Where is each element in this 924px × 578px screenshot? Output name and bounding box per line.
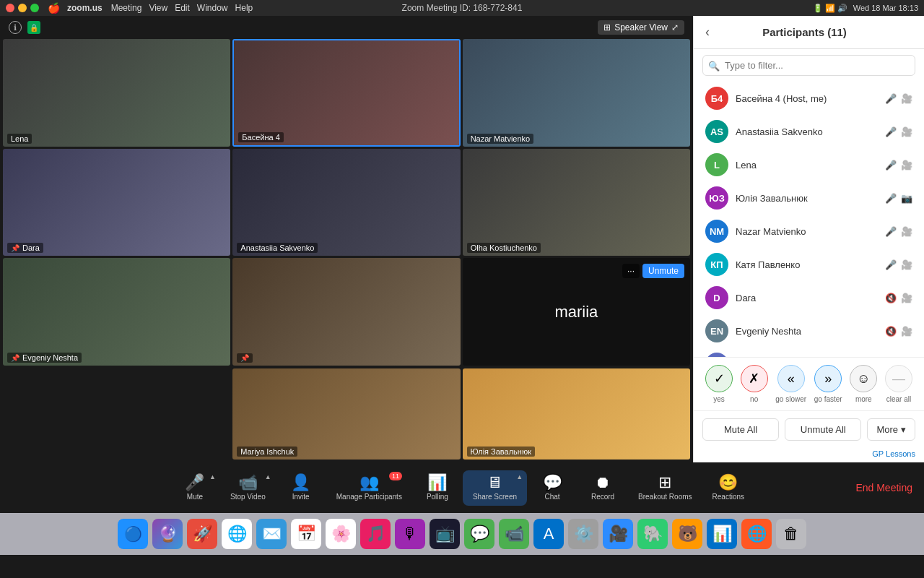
participant-item[interactable]: КПКатя Павленко🎤🎥 <box>694 248 924 281</box>
label-text: Nazar Matvienko <box>471 134 531 143</box>
participant-label-mariya-s: 📌 <box>237 353 253 363</box>
participant-icons: 🎤🎥 <box>885 259 912 270</box>
info-icon[interactable]: ℹ <box>9 21 22 34</box>
dock-appstore[interactable]: A <box>533 519 564 549</box>
video-cell-yulia[interactable]: Юлія Завальнюк <box>463 368 690 460</box>
participant-avatar: EN <box>705 319 728 342</box>
dock-finder[interactable]: 🔵 <box>118 519 148 549</box>
dock-zoom[interactable]: 🎥 <box>603 519 633 549</box>
dock-launchpad[interactable]: 🚀 <box>187 519 217 549</box>
record-button[interactable]: ⏺ Record <box>578 470 628 506</box>
participant-item[interactable]: DDara🔇🎥 <box>694 281 924 314</box>
participant-item[interactable]: ASAnastasiia Sakvenko🎤🎥 <box>694 115 924 148</box>
menu-view[interactable]: View <box>149 3 167 13</box>
participant-label-anastasiia: Anastasiia Sakvenko <box>237 243 318 253</box>
dock-music[interactable]: 🎵 <box>360 519 391 549</box>
secure-icon: 🔒 <box>27 21 40 34</box>
dock-mail[interactable]: ✉️ <box>256 519 287 549</box>
clear-all-label: clear all <box>886 395 911 403</box>
video-cell-nazar[interactable]: Nazar Matvienko <box>463 39 690 147</box>
participant-item[interactable]: LLena🎤🎥 <box>694 148 924 181</box>
video-cell-mariia[interactable]: mariia Unmute ··· <box>463 258 690 366</box>
label-text: Dara <box>22 243 40 252</box>
participant-icons: 🎤📷 <box>885 193 912 204</box>
dock-settings[interactable]: ⚙️ <box>568 519 598 549</box>
video-cell-mariya-i[interactable]: Mariya Ishchuk <box>232 368 460 460</box>
dock-siri[interactable]: 🔮 <box>152 519 183 549</box>
more-options-button[interactable]: ··· <box>622 264 640 278</box>
stop-video-button[interactable]: 📹 ▲ Stop Video <box>220 470 276 506</box>
traffic-lights[interactable] <box>6 4 39 12</box>
dock-browser[interactable]: 🌐 <box>741 519 772 549</box>
bottom-video-row: Mariya Ishchuk Юлія Завальнюк <box>0 368 693 462</box>
dock-messages[interactable]: 💬 <box>464 519 494 549</box>
reaction-yes-button[interactable]: ✓ yes <box>705 365 733 403</box>
participant-search-input[interactable] <box>702 55 915 76</box>
manage-participants-button[interactable]: 👥 11 Manage Participants <box>326 470 412 506</box>
invite-button[interactable]: 👤 Invite <box>276 470 326 506</box>
dock-calendar[interactable]: 📅 <box>291 519 321 549</box>
end-meeting-button[interactable]: End Meeting <box>855 482 912 493</box>
dock-bear[interactable]: 🐻 <box>672 519 702 549</box>
maximize-button[interactable] <box>30 4 39 12</box>
participant-name: Dara <box>736 293 878 303</box>
dock-facetime[interactable]: 📹 <box>499 519 529 549</box>
video-cell-olha[interactable]: Olha Kostiuchenko <box>463 149 690 256</box>
breakout-rooms-button[interactable]: ⊞ Breakout Rooms <box>628 470 702 506</box>
mariia-name-label: mariia <box>554 303 598 322</box>
dock-trash[interactable]: 🗑 <box>776 519 806 549</box>
dock-keynote[interactable]: 📊 <box>707 519 737 549</box>
title-bar: 🍎 zoom.us Meeting View Edit Window Help … <box>0 0 924 16</box>
share-screen-icon: 🖥 <box>487 475 502 491</box>
video-cell-mariya-s[interactable]: 📌 <box>232 258 460 366</box>
more-label: More <box>876 424 898 435</box>
participant-label-basyna: Басейна 4 <box>238 132 283 142</box>
empty-cell <box>3 368 230 460</box>
unmute-button[interactable]: Unmute <box>642 264 684 278</box>
participant-icons: 🎤🎥 <box>885 226 912 237</box>
title-bar-right: 🔋 📶 🔊 Wed 18 Mar 18:13 <box>813 4 918 13</box>
polling-button[interactable]: 📊 Polling <box>412 470 463 506</box>
dock-evernote[interactable]: 🐘 <box>637 519 668 549</box>
mute-button[interactable]: 🎤 ▲ Mute <box>170 470 220 506</box>
dock-podcasts[interactable]: 🎙 <box>395 519 425 549</box>
mic-status-icon: 🔇 <box>885 326 897 337</box>
menu-window[interactable]: Window <box>197 3 228 13</box>
menu-edit[interactable]: Edit <box>175 3 190 13</box>
chat-button[interactable]: 💬 Chat <box>527 470 578 506</box>
video-cell-basyna[interactable]: Басейна 4 <box>232 39 460 147</box>
more-options-panel-button[interactable]: More ▾ <box>867 418 915 441</box>
menu-help[interactable]: Help <box>235 3 253 13</box>
share-screen-button[interactable]: 🖥 ▲ Share Screen <box>463 470 527 506</box>
menu-meeting[interactable]: Meeting <box>111 3 142 13</box>
video-cell-dara[interactable]: 📌 Dara <box>3 149 230 256</box>
reaction-more-button[interactable]: ☺ more <box>850 365 877 403</box>
mute-all-button[interactable]: Mute All <box>702 418 779 441</box>
reaction-go-slower-button[interactable]: « go slower <box>775 365 806 403</box>
video-cell-anastasiia[interactable]: Anastasiia Sakvenko <box>232 149 460 256</box>
unmute-all-button[interactable]: Unmute All <box>785 418 861 441</box>
participant-item[interactable]: Б4Басейна 4 (Host, me)🎤🎥 <box>694 82 924 115</box>
reaction-clear-all-button[interactable]: — clear all <box>885 365 912 403</box>
dock-chrome[interactable]: 🌐 <box>222 519 252 549</box>
minimize-button[interactable] <box>18 4 27 12</box>
go-faster-label: go faster <box>814 395 842 403</box>
participant-item[interactable]: NMNazar Matvienko🎤🎥 <box>694 215 924 248</box>
dock-tv[interactable]: 📺 <box>430 519 460 549</box>
reactions-button[interactable]: 😊 Reactions <box>702 470 754 506</box>
video-cell-lena[interactable]: Lena <box>3 39 230 147</box>
apple-icon: 🍎 <box>48 2 60 14</box>
dock-photos[interactable]: 🌸 <box>326 519 356 549</box>
participant-item[interactable]: ENEvgeniy Neshta🔇🎥 <box>694 314 924 348</box>
video-cell-evgeniy[interactable]: 📌 Evgeniy Neshta <box>3 258 230 366</box>
participant-item[interactable]: MMariia🔇📷 <box>694 348 924 357</box>
reaction-go-faster-button[interactable]: » go faster <box>814 365 842 403</box>
reaction-no-button[interactable]: ✗ no <box>741 365 768 403</box>
participant-item[interactable]: ЮЗЮлія Завальнюк🎤📷 <box>694 181 924 215</box>
dock: 🔵 🔮 🚀 🌐 ✉️ 📅 🌸 🎵 🎙 📺 💬 📹 A ⚙️ 🎥 🐘 🐻 📊 🌐 … <box>0 513 924 555</box>
speaker-view-button[interactable]: ⊞ Speaker View ⤢ <box>598 20 684 35</box>
panel-collapse-button[interactable]: ‹ <box>705 25 710 40</box>
close-button[interactable] <box>6 4 14 12</box>
menu-bar: Meeting View Edit Window Help <box>111 3 253 13</box>
video-row-2: 📌 Dara Anastasiia Sakvenko Olha Kostiuch… <box>3 149 690 256</box>
